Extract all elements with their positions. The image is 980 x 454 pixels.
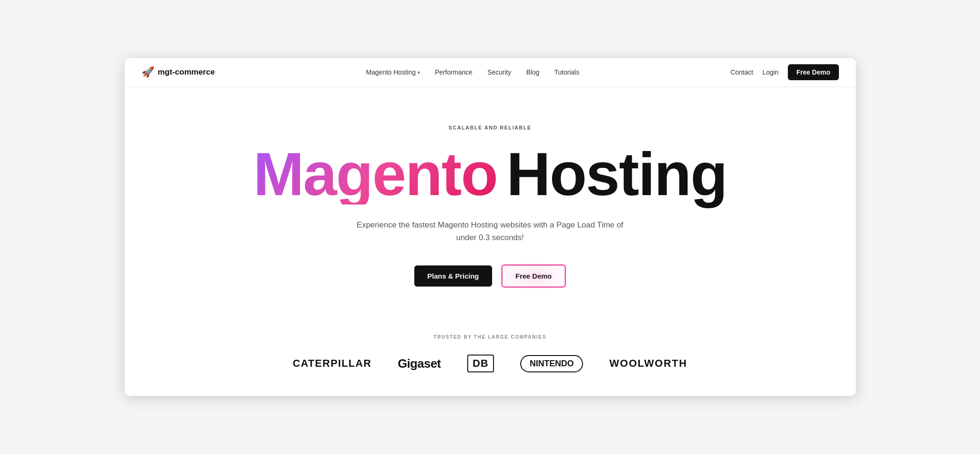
free-demo-hero-button[interactable]: Free Demo (501, 265, 566, 288)
navbar-right: Contact Login Free Demo (731, 64, 839, 80)
brand-logo[interactable]: 🚀 mgt-commerce (142, 66, 215, 78)
trusted-logos: CATERPILLAR Gigaset DB Nintendo WOOLWORT… (143, 355, 837, 372)
plans-pricing-button[interactable]: Plans & Pricing (414, 265, 492, 287)
trusted-tag: TRUSTED BY THE LARGE COMPANIES (143, 334, 837, 340)
nav-magento-hosting[interactable]: Magento Hosting ▾ (366, 68, 420, 76)
logo-woolworth: WOOLWORTH (609, 357, 687, 370)
logo-nintendo: Nintendo (520, 355, 583, 372)
nav-links: Magento Hosting ▾ Performance Security B… (366, 68, 579, 76)
hero-subtext: Experience the fastest Magento Hosting w… (350, 219, 631, 244)
headline-hosting: Hosting (507, 144, 727, 204)
logo-caterpillar: CATERPILLAR (293, 357, 372, 370)
hero-buttons: Plans & Pricing Free Demo (414, 265, 566, 288)
hero-headline: Magento Hosting (253, 144, 726, 204)
chevron-down-icon: ▾ (418, 70, 420, 75)
rocket-icon: 🚀 (142, 66, 154, 78)
headline-magento: Magento (253, 144, 497, 204)
navbar: 🚀 mgt-commerce Magento Hosting ▾ Perform… (125, 58, 856, 87)
login-link[interactable]: Login (763, 68, 778, 76)
brand-name: mgt-commerce (158, 68, 215, 77)
free-demo-button[interactable]: Free Demo (788, 64, 838, 80)
logo-db: DB (467, 355, 494, 372)
hero-section: SCALABLE AND RELIABLE Magento Hosting Ex… (125, 87, 856, 316)
nav-blog[interactable]: Blog (526, 68, 539, 76)
hero-tag: SCALABLE AND RELIABLE (449, 125, 531, 130)
headline-space (497, 189, 507, 197)
nav-security[interactable]: Security (487, 68, 511, 76)
logo-gigaset: Gigaset (398, 356, 441, 371)
nav-performance[interactable]: Performance (435, 68, 472, 76)
trusted-section: TRUSTED BY THE LARGE COMPANIES CATERPILL… (125, 316, 856, 396)
contact-link[interactable]: Contact (731, 68, 753, 76)
nav-tutorials[interactable]: Tutorials (554, 68, 579, 76)
browser-frame: 🚀 mgt-commerce Magento Hosting ▾ Perform… (125, 58, 856, 396)
